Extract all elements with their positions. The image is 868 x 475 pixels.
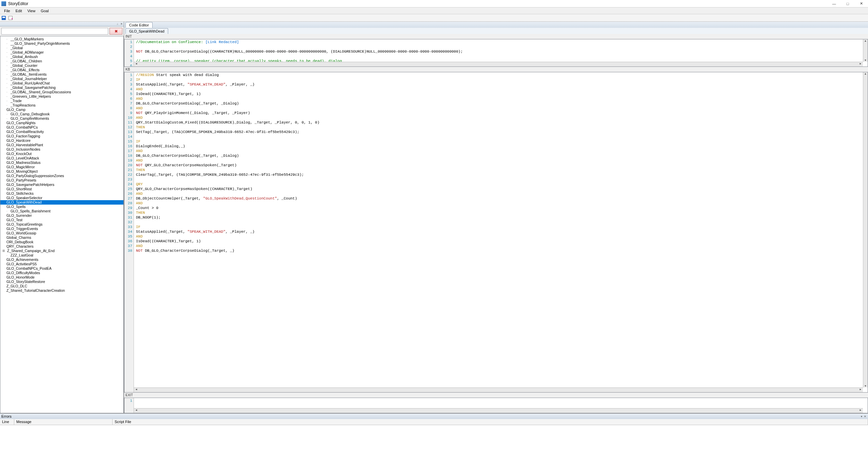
errors-close-icon[interactable]: ✕ [863, 415, 867, 418]
tree-item[interactable]: GLO_MovingObject [0, 169, 123, 174]
menu-file[interactable]: File [1, 8, 13, 14]
tree-item[interactable]: GLO_TopicalGreetings [0, 222, 123, 227]
tree-item[interactable]: Z_Shared_TutorialCharacterCreation [0, 288, 123, 293]
tree-item[interactable]: GLO_CombatNPCs [0, 125, 123, 130]
tree-item[interactable]: Z_Shared_Campaign_At_End [0, 249, 123, 253]
tree-item[interactable]: GLO_CombatReactivity [0, 130, 123, 134]
init-vscroll[interactable] [863, 39, 868, 62]
panel-close-icon[interactable]: ✕ [120, 22, 123, 26]
tree-item[interactable]: GLO_ShortRest [0, 187, 123, 191]
menu-goal[interactable]: Goal [38, 8, 51, 14]
tree-item[interactable]: GLO_HonorMode [0, 275, 123, 280]
col-script-file[interactable]: Script File [113, 419, 868, 425]
tab-code-editor[interactable]: Code Editor [125, 22, 153, 28]
goals-tree[interactable]: __GLO_MapMarkers__GLO_Shared_PartyOrigin… [0, 36, 124, 413]
tree-item[interactable]: ORI_DebugBook [0, 240, 123, 244]
exit-editor[interactable]: 1 [124, 398, 868, 413]
tree-item[interactable]: ZZZ_LastGoal [0, 253, 123, 258]
tree-item[interactable]: Global_Charms [0, 235, 123, 240]
tree-item[interactable]: _GLOBAL_ItemEvents [0, 72, 123, 77]
maximize-button[interactable]: □ [841, 0, 854, 7]
new-icon [8, 16, 13, 20]
tree-item[interactable]: GLO_InclusionNodes [0, 147, 123, 152]
search-input[interactable] [1, 28, 108, 35]
kb-label: KB [124, 67, 868, 72]
toolbar [0, 14, 868, 22]
tree-item[interactable]: GLO_MadnessStatus [0, 160, 123, 165]
pin-icon[interactable]: ⟂ [116, 22, 119, 26]
menu-edit[interactable]: Edit [13, 8, 25, 14]
tree-item[interactable]: GLO_WorldGossip [0, 231, 123, 235]
init-hscroll[interactable] [134, 62, 863, 66]
tree-item[interactable]: GLO_Spells_Banishment [0, 209, 123, 213]
tree-item[interactable]: _TrapReactions [0, 103, 123, 108]
editor-panel: Code Editor GLO_SpeakWithDead INIT 12345… [124, 22, 868, 413]
kb-hscroll[interactable] [134, 387, 863, 392]
save-button[interactable] [1, 15, 7, 21]
init-editor[interactable]: 1234567 //Documentation on Confluence: [… [124, 39, 868, 67]
goals-panel: ⟂ ✕ ✖ __GLO_MapMarkers__GLO_Shared_Party… [0, 22, 124, 413]
save-icon [2, 16, 6, 20]
tree-item[interactable]: GLO_MagicMirror [0, 165, 123, 169]
tab-file[interactable]: GLO_SpeakWithDead [125, 28, 168, 34]
tree-item[interactable]: _GLOBAL_Children [0, 59, 123, 63]
tree-item[interactable]: GLO_SavegamePatchHelpers [0, 183, 123, 187]
tree-item[interactable]: GLO_StoryStateRestore [0, 280, 123, 284]
tree-item[interactable]: GLO_Skillchecks [0, 191, 123, 196]
tree-item[interactable]: GLO_CampfireMoments [0, 116, 123, 121]
clear-search-button[interactable]: ✖ [110, 28, 122, 35]
tree-item[interactable]: GLO_HarvestablePlant [0, 143, 123, 147]
tree-item[interactable]: _Greevers_Little_Helpers [0, 94, 123, 99]
tree-item[interactable]: __GLO_MapMarkers [0, 37, 123, 41]
errors-title: Errors [1, 414, 860, 418]
minimize-button[interactable]: — [827, 0, 841, 7]
tree-item[interactable]: _GLOBAL_Shared_GroupDiscussions [0, 90, 123, 94]
tree-item[interactable]: __GLO_Shared_PartyOriginMoments [0, 41, 123, 46]
tree-item[interactable]: GLO_KnockOut [0, 152, 123, 156]
tree-item[interactable]: GLO_PartyDialogSuppressionZones [0, 174, 123, 178]
tree-item[interactable]: GLO_CombatNPCs_PostEA [0, 266, 123, 271]
tree-item[interactable]: GLO_Spells [0, 205, 123, 209]
tree-item[interactable]: GLO_Achievements [0, 258, 123, 262]
tree-item[interactable]: GLO_FactionTagging [0, 134, 123, 138]
tree-item[interactable]: GLO_LevelOnAttack [0, 156, 123, 160]
tree-item[interactable]: _GLOBAL_Effects [0, 68, 123, 72]
tree-item[interactable]: GLO_Test [0, 218, 123, 222]
tree-item[interactable]: _Global_ADManager [0, 50, 123, 55]
tree-item[interactable]: _Global_Ambush [0, 55, 123, 59]
exit-hscroll[interactable] [134, 408, 863, 413]
close-button[interactable]: ✕ [854, 0, 868, 7]
kb-vscroll[interactable] [863, 72, 868, 387]
new-goal-button[interactable] [7, 15, 14, 21]
col-line[interactable]: Line [0, 419, 14, 425]
goals-panel-header: ⟂ ✕ [0, 22, 124, 26]
tree-item[interactable]: Z_GLO_DLC [0, 284, 123, 288]
tree-item[interactable]: GLO_ActivitiesPS5 [0, 262, 123, 266]
tree-item[interactable]: GLO_PartyPresets [0, 178, 123, 183]
kb-editor[interactable]: 1234567891011121314151617181920212223242… [124, 72, 868, 393]
tree-item[interactable]: GLO_CampNights [0, 121, 123, 125]
tree-item[interactable]: QRY_Characters [0, 244, 123, 249]
tree-item[interactable]: _Global_SavegamePatching [0, 86, 123, 90]
tree-item[interactable]: GLO_Hardcore [0, 138, 123, 143]
tree-item[interactable]: GLO_SpeakWithDead [0, 200, 123, 205]
tree-item[interactable]: GLO_Surrender [0, 213, 123, 218]
tree-item[interactable]: GLO_Camp [0, 108, 123, 112]
tree-item[interactable]: _Global [0, 46, 123, 50]
init-label: INIT [124, 34, 868, 39]
errors-columns: Line Message Script File [0, 419, 868, 425]
tree-item[interactable]: GLO_Camp_Debugbook [0, 112, 123, 116]
col-message[interactable]: Message [14, 419, 113, 425]
errors-dropdown-icon[interactable]: ▾ [860, 415, 863, 418]
tree-item[interactable]: _Global_Counter [0, 63, 123, 68]
tree-item[interactable]: _Global_RunUpAndChat [0, 81, 123, 86]
titlebar: StoryEditor — □ ✕ [0, 0, 868, 7]
tree-item[interactable]: _Global_JournalHelper [0, 77, 123, 81]
errors-list [0, 425, 868, 475]
menu-view[interactable]: View [25, 8, 38, 14]
tree-item[interactable]: GLO_DifficultyModes [0, 271, 123, 275]
tree-item[interactable]: GLO_SpeakerSelector [0, 196, 123, 200]
tree-item[interactable]: _Trade [0, 99, 123, 103]
tree-item[interactable]: GLO_TriggerEvents [0, 227, 123, 231]
editor-tabstrip: Code Editor [124, 22, 868, 28]
